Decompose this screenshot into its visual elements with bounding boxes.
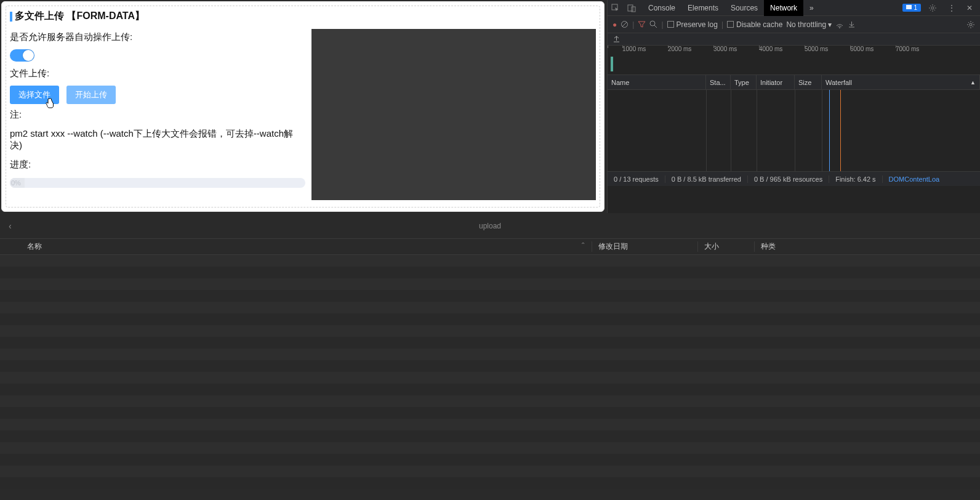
tab-console[interactable]: Console — [642, 0, 681, 16]
auto-upload-switch[interactable] — [10, 49, 34, 62]
network-timeline[interactable]: 1000 ms 2000 ms 3000 ms 4000 ms 5000 ms … — [608, 46, 980, 75]
issues-badge[interactable]: 1 — [902, 4, 921, 12]
list-row[interactable] — [0, 278, 980, 290]
export-icon[interactable] — [612, 35, 621, 43]
import-icon[interactable] — [848, 20, 856, 28]
filter-icon[interactable] — [638, 20, 646, 28]
col-name-header[interactable]: 名称 — [0, 241, 592, 252]
col-waterfall[interactable]: Waterfall ▲ — [822, 75, 980, 89]
search-icon[interactable] — [649, 20, 657, 28]
network-status-bar: 0 / 13 requests 0 B / 8.5 kB transferred… — [608, 171, 980, 186]
list-row[interactable] — [0, 419, 980, 430]
close-devtools-icon[interactable]: ✕ — [963, 4, 976, 12]
network-toolbar: ● | | Preserve log | Disable cache No th… — [608, 16, 980, 33]
list-row[interactable] — [0, 349, 980, 360]
network-settings-gear-icon[interactable] — [966, 20, 975, 29]
allow-auto-label: 是否允许服务器自动操作上传: — [10, 31, 305, 43]
list-row[interactable] — [0, 267, 980, 278]
inspect-element-icon[interactable] — [608, 4, 624, 12]
list-row[interactable] — [0, 290, 980, 302]
start-upload-button[interactable]: 开始上传 — [66, 86, 116, 104]
timeline-body — [608, 55, 980, 75]
preserve-log-checkbox[interactable]: Preserve log — [667, 20, 718, 29]
list-row[interactable] — [0, 430, 980, 442]
throttling-label: No throttling — [786, 20, 826, 29]
filebrowser-rows[interactable] — [0, 255, 980, 489]
col-size-header[interactable]: 大小 — [697, 241, 754, 252]
svg-line-6 — [622, 22, 627, 26]
list-row[interactable] — [0, 384, 980, 395]
col-size[interactable]: Size — [795, 75, 822, 89]
form-left: 是否允许服务器自动操作上传: 文件上传: 选择文件 开始上传 注: pm2 st… — [10, 29, 305, 200]
issues-count: 1 — [914, 4, 917, 11]
list-row[interactable] — [0, 477, 980, 489]
devtools-right-icons: 1 ⋮ ✕ — [902, 4, 980, 12]
col-initiator[interactable]: Initiator — [757, 75, 795, 89]
progress-wrap: 0% — [10, 178, 305, 188]
col-kind-header[interactable]: 种类 — [754, 241, 800, 252]
list-row[interactable] — [0, 395, 980, 407]
list-row[interactable] — [0, 454, 980, 466]
network-conditions-icon[interactable] — [835, 20, 844, 29]
form-body: 是否允许服务器自动操作上传: 文件上传: 选择文件 开始上传 注: pm2 st… — [6, 26, 600, 204]
progress-label: 进度: — [10, 159, 305, 171]
tab-network[interactable]: Network — [764, 0, 803, 16]
col-type[interactable]: Type — [731, 75, 757, 89]
devtools-tabs: Console Elements Sources Network » — [642, 0, 820, 16]
status-requests: 0 / 13 requests — [608, 175, 665, 183]
disable-cache-label: Disable cache — [736, 20, 782, 29]
list-row[interactable] — [0, 325, 980, 337]
col-name[interactable]: Name — [608, 75, 706, 89]
list-row[interactable] — [0, 407, 980, 419]
preserve-log-label: Preserve log — [677, 20, 718, 29]
status-finish: Finish: 6.42 s — [829, 175, 882, 183]
status-dcl: DOMContentLoa — [883, 175, 946, 183]
tick-3000: 3000 ms — [713, 46, 759, 55]
svg-rect-1 — [628, 5, 633, 11]
devtools-topbar: Console Elements Sources Network » 1 ⋮ ✕ — [608, 0, 980, 16]
progress-fill: 0% — [10, 178, 25, 188]
filebrowser-pathbar: ‹ upload — [0, 213, 980, 239]
settings-gear-icon[interactable] — [925, 4, 941, 12]
network-toolbar-2 — [608, 33, 980, 46]
status-transferred: 0 B / 8.5 kB transferred — [665, 175, 748, 183]
throttling-select[interactable]: No throttling ▾ — [786, 20, 832, 29]
disable-cache-checkbox[interactable]: Disable cache — [727, 20, 782, 29]
tick-5000: 5000 ms — [805, 46, 850, 55]
back-button-icon[interactable]: ‹ — [9, 221, 12, 231]
list-row[interactable] — [0, 466, 980, 477]
col-date-header[interactable]: 修改日期 — [592, 241, 697, 252]
list-row[interactable] — [0, 372, 980, 384]
preview-area — [311, 29, 596, 200]
record-icon[interactable]: ● — [612, 20, 617, 29]
form-inner: 多文件上传 【FORM-DATA】 是否允许服务器自动操作上传: 文件上传: 选… — [6, 6, 600, 208]
tab-elements[interactable]: Elements — [681, 0, 725, 16]
svg-point-10 — [970, 23, 972, 26]
list-row[interactable] — [0, 442, 980, 454]
tab-sources[interactable]: Sources — [725, 0, 764, 16]
svg-rect-3 — [906, 5, 912, 9]
status-resources: 0 B / 965 kB resources — [748, 175, 829, 183]
clear-icon[interactable] — [621, 20, 629, 28]
upload-form-panel: 多文件上传 【FORM-DATA】 是否允许服务器自动操作上传: 文件上传: 选… — [1, 1, 604, 212]
list-row[interactable] — [0, 255, 980, 267]
device-toolbar-icon[interactable] — [624, 4, 640, 12]
tab-more-icon[interactable]: » — [803, 0, 820, 16]
more-vert-icon[interactable]: ⋮ — [944, 4, 959, 12]
list-row[interactable] — [0, 360, 980, 372]
note-text: pm2 start xxx --watch (--watch下上传大文件会报错，… — [10, 128, 305, 151]
network-table-body[interactable] — [608, 90, 980, 171]
breadcrumb[interactable]: upload — [479, 222, 501, 230]
file-upload-label: 文件上传: — [10, 68, 305, 79]
svg-line-8 — [654, 25, 657, 28]
list-row[interactable] — [0, 302, 980, 313]
svg-point-7 — [650, 21, 655, 26]
col-status[interactable]: Sta... — [706, 75, 731, 89]
list-row[interactable] — [0, 337, 980, 349]
button-row: 选择文件 开始上传 — [10, 86, 305, 104]
file-browser: ‹ upload 名称 修改日期 大小 种类 — [0, 213, 980, 500]
select-file-button[interactable]: 选择文件 — [10, 86, 59, 104]
tick-2000: 2000 ms — [668, 46, 713, 55]
list-row[interactable] — [0, 313, 980, 325]
filebrowser-headers: 名称 修改日期 大小 种类 — [0, 239, 980, 255]
